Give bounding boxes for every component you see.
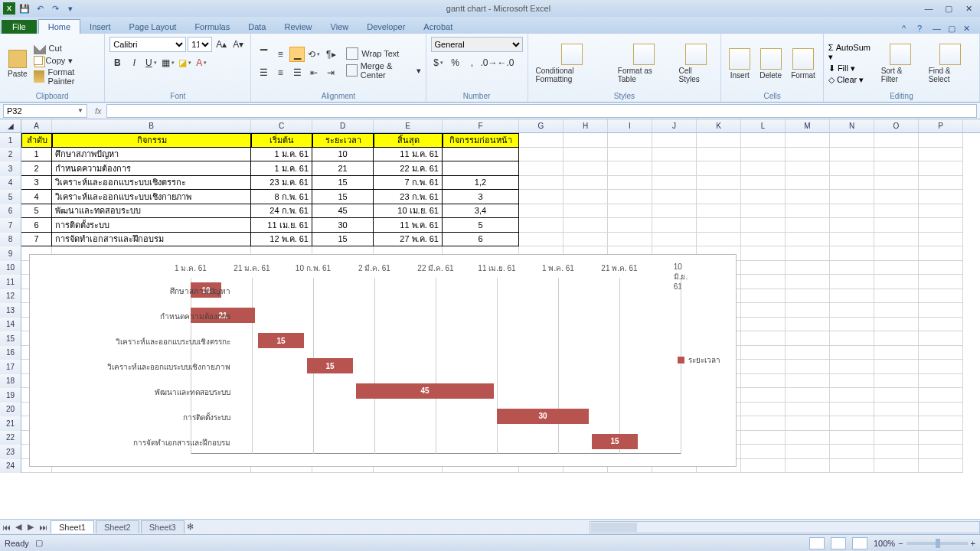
cell-N12[interactable] <box>830 289 874 304</box>
column-header-A[interactable]: A <box>21 119 52 132</box>
cell-B3[interactable]: กำหนดความต้องการ <box>52 161 251 176</box>
cell-N18[interactable] <box>830 374 874 389</box>
cell-M19[interactable] <box>786 388 830 403</box>
cell-M18[interactable] <box>786 374 830 389</box>
cell-P13[interactable] <box>919 303 963 318</box>
cell-M20[interactable] <box>786 403 830 417</box>
cell-L10[interactable] <box>741 261 786 276</box>
column-header-I[interactable]: I <box>608 119 652 132</box>
format-painter-button[interactable]: Format Painter <box>34 67 100 86</box>
cell-N3[interactable] <box>830 161 874 176</box>
cell-A5[interactable]: 4 <box>21 190 52 204</box>
cell-P7[interactable] <box>919 218 963 233</box>
cell-O16[interactable] <box>874 346 919 360</box>
row-header[interactable]: 9 <box>0 246 21 261</box>
cell-J4[interactable] <box>652 176 697 191</box>
cell-I2[interactable] <box>608 148 652 162</box>
cell-A2[interactable]: 1 <box>21 148 52 162</box>
cell-G7[interactable] <box>519 218 564 233</box>
cell-J8[interactable] <box>652 233 697 247</box>
cell-K7[interactable] <box>697 218 741 233</box>
cell-G4[interactable] <box>519 176 564 191</box>
cell-P10[interactable] <box>919 261 963 276</box>
text-direction-button[interactable]: ¶▸ <box>323 47 338 62</box>
align-middle-button[interactable]: ≡ <box>273 47 288 62</box>
horizontal-scrollbar[interactable] <box>590 521 980 533</box>
cell-P22[interactable] <box>919 431 963 445</box>
row-header[interactable]: 7 <box>0 218 21 233</box>
cell-N2[interactable] <box>830 148 874 162</box>
cell-L1[interactable] <box>741 133 786 148</box>
cell-O14[interactable] <box>874 318 919 332</box>
cell-P12[interactable] <box>919 289 963 304</box>
formula-input[interactable] <box>106 104 977 118</box>
merge-center-button[interactable]: Merge & Center ▾ <box>346 61 420 80</box>
row-header[interactable]: 3 <box>0 161 21 176</box>
tab-file[interactable]: File <box>2 20 37 34</box>
row-header[interactable]: 19 <box>0 388 21 403</box>
insert-cells-button[interactable]: Insert <box>726 47 753 81</box>
align-right-button[interactable]: ☰ <box>289 65 305 80</box>
cell-O21[interactable] <box>874 416 919 431</box>
cell-P21[interactable] <box>919 416 963 431</box>
font-color-button[interactable]: A <box>194 55 209 70</box>
cell-O9[interactable] <box>874 246 919 261</box>
bold-button[interactable]: B <box>109 55 125 70</box>
cell-J1[interactable] <box>652 133 697 148</box>
row-header[interactable]: 4 <box>0 176 21 191</box>
cell-E4[interactable]: 7 ก.พ. 61 <box>374 176 443 191</box>
cell-L19[interactable] <box>741 388 786 403</box>
currency-button[interactable]: $ <box>431 55 446 70</box>
cell-P3[interactable] <box>919 161 963 176</box>
cell-H2[interactable] <box>564 148 608 162</box>
tab-review[interactable]: Review <box>275 20 321 34</box>
cell-O24[interactable] <box>874 459 919 474</box>
cell-F4[interactable]: 1,2 <box>443 176 519 191</box>
cell-P2[interactable] <box>919 148 963 162</box>
underline-button[interactable]: U <box>143 55 158 70</box>
cell-O5[interactable] <box>874 190 919 204</box>
cell-C8[interactable]: 12 พ.ค. 61 <box>251 233 312 247</box>
cell-P20[interactable] <box>919 403 963 417</box>
tab-acrobat[interactable]: Acrobat <box>414 20 462 34</box>
format-as-table-button[interactable]: Format as Table <box>615 42 673 85</box>
align-top-button[interactable]: ▔ <box>256 47 271 62</box>
cell-H4[interactable] <box>564 176 608 191</box>
cell-L2[interactable] <box>741 148 786 162</box>
cell-P23[interactable] <box>919 445 963 459</box>
cell-M21[interactable] <box>786 416 830 431</box>
cell-D2[interactable]: 10 <box>312 148 374 162</box>
cell-N8[interactable] <box>830 233 874 247</box>
percent-button[interactable]: % <box>448 55 463 70</box>
fill-color-button[interactable]: ◪ <box>177 55 192 70</box>
cell-O11[interactable] <box>874 275 919 289</box>
cell-B4[interactable]: วิเคราะห์และออกแบระบบเชิงตรรกะ <box>52 176 251 191</box>
column-header-D[interactable]: D <box>312 119 374 132</box>
cell-B6[interactable]: พัฒนาและทดสอบระบบ <box>52 204 251 219</box>
cell-G3[interactable] <box>519 161 564 176</box>
cell-P19[interactable] <box>919 388 963 403</box>
cell-H3[interactable] <box>564 161 608 176</box>
decrease-font-button[interactable]: A▾ <box>230 37 246 52</box>
font-name-select[interactable]: Calibri <box>109 37 186 52</box>
paste-button[interactable]: Paste <box>5 48 31 80</box>
cell-C3[interactable]: 1 ม.ค. 61 <box>251 161 312 176</box>
sort-filter-button[interactable]: Sort & Filter <box>878 42 923 85</box>
cell-D8[interactable]: 15 <box>312 233 374 247</box>
cell-G1[interactable] <box>519 133 564 148</box>
cell-L23[interactable] <box>741 445 786 459</box>
align-bottom-button[interactable]: ▁ <box>289 47 305 62</box>
cell-J6[interactable] <box>652 204 697 219</box>
cell-P1[interactable] <box>919 133 963 148</box>
cell-H7[interactable] <box>564 218 608 233</box>
increase-decimal-button[interactable]: .0→ <box>482 55 497 70</box>
column-header-E[interactable]: E <box>374 119 443 132</box>
cell-P15[interactable] <box>919 331 963 346</box>
doc-close-icon[interactable]: ✕ <box>963 24 975 34</box>
row-header[interactable]: 12 <box>0 289 21 304</box>
cell-C7[interactable]: 11 เม.ย. 61 <box>251 218 312 233</box>
cell-N10[interactable] <box>830 261 874 276</box>
cell-L6[interactable] <box>741 204 786 219</box>
format-cells-button[interactable]: Format <box>788 47 818 81</box>
tab-first-button[interactable]: ⏮ <box>0 523 12 532</box>
